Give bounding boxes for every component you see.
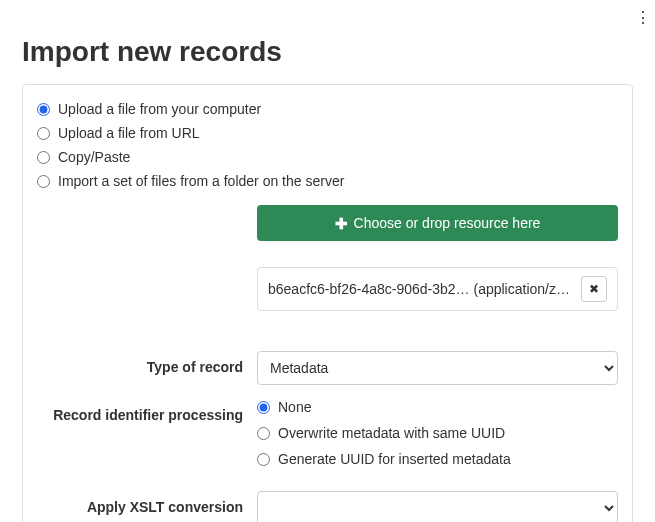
record-id-none-radio[interactable] [257,401,270,414]
upload-method-copy-paste-label: Copy/Paste [58,149,130,165]
xslt-select[interactable] [257,491,618,522]
record-id-none-label: None [278,399,311,415]
upload-method-computer-label: Upload a file from your computer [58,101,261,117]
record-id-generate-radio[interactable] [257,453,270,466]
record-id-overwrite-label: Overwrite metadata with same UUID [278,425,505,441]
choose-resource-button[interactable]: ✚ Choose or drop resource here [257,205,618,241]
upload-method-computer[interactable]: Upload a file from your computer [37,101,618,117]
choose-resource-button-label: Choose or drop resource here [354,215,541,231]
close-icon: ✖ [589,283,599,295]
overflow-menu-icon[interactable]: ⋮ [635,8,651,27]
upload-method-url-radio[interactable] [37,127,50,140]
type-of-record-select[interactable]: Metadata [257,351,618,385]
upload-method-server-folder-radio[interactable] [37,175,50,188]
type-of-record-label: Type of record [37,351,257,375]
upload-method-server-folder-label: Import a set of files from a folder on t… [58,173,344,189]
page-title: Import new records [22,36,633,68]
uploaded-file-chip: b6eacfc6-bf26-4a8c-906d-3b2… (applicatio… [257,267,618,311]
upload-method-copy-paste-radio[interactable] [37,151,50,164]
upload-method-copy-paste[interactable]: Copy/Paste [37,149,618,165]
record-id-none[interactable]: None [257,399,618,415]
xslt-label: Apply XSLT conversion [37,491,257,515]
record-id-generate-label: Generate UUID for inserted metadata [278,451,511,467]
import-panel: Upload a file from your computer Upload … [22,84,633,522]
import-records-page: Import new records Upload a file from yo… [0,0,655,522]
remove-file-button[interactable]: ✖ [581,276,607,302]
uploaded-file-name: b6eacfc6-bf26-4a8c-906d-3b2… (applicatio… [268,281,573,297]
upload-method-url[interactable]: Upload a file from URL [37,125,618,141]
upload-method-computer-radio[interactable] [37,103,50,116]
upload-method-server-folder[interactable]: Import a set of files from a folder on t… [37,173,618,189]
record-id-overwrite-radio[interactable] [257,427,270,440]
record-id-overwrite[interactable]: Overwrite metadata with same UUID [257,425,618,441]
upload-method-url-label: Upload a file from URL [58,125,200,141]
record-id-processing-label: Record identifier processing [37,399,257,423]
plus-icon: ✚ [335,216,348,231]
record-id-generate[interactable]: Generate UUID for inserted metadata [257,451,618,467]
